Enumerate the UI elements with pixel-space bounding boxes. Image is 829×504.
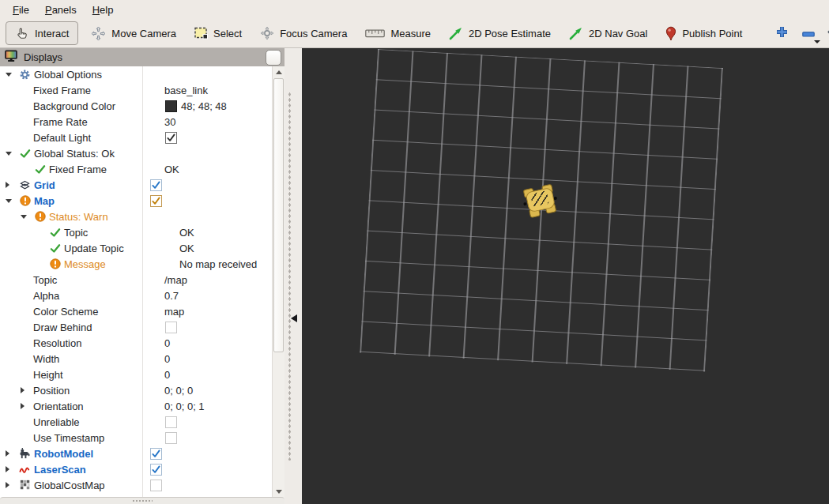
tree-row-grid[interactable]: Grid <box>0 177 273 193</box>
tool-measure[interactable]: Measure <box>364 24 432 43</box>
expander-closed-icon[interactable] <box>5 182 18 188</box>
value-checkbox[interactable] <box>150 195 162 207</box>
value-checkbox[interactable] <box>150 179 162 191</box>
value-checkbox[interactable] <box>150 464 162 476</box>
value-checkbox[interactable] <box>165 132 177 144</box>
displays-panel-header[interactable]: Displays <box>0 48 284 66</box>
expander-closed-icon[interactable] <box>5 450 18 457</box>
tree-row-orientation[interactable]: Orientation0; 0; 0; 1 <box>0 398 273 414</box>
property-value-text[interactable]: 0; 0; 0; 1 <box>164 401 205 412</box>
tree-row-background-color[interactable]: Background Color48; 48; 48 <box>0 98 273 114</box>
property-name-cell: LaserScan <box>0 464 147 476</box>
property-value-text[interactable]: 0 <box>164 353 170 365</box>
tool-focus-camera[interactable]: Focus Camera <box>258 22 349 44</box>
tree-row-global-options[interactable]: Global Options <box>0 66 273 82</box>
tool-interact[interactable]: Interact <box>6 21 78 45</box>
tree-scrollbar[interactable] <box>272 66 284 498</box>
property-label: Grid <box>34 179 55 191</box>
property-value-text[interactable]: OK <box>179 243 194 254</box>
tree-row-position[interactable]: Position0; 0; 0 <box>0 382 273 398</box>
menu-help[interactable]: Help <box>85 2 122 18</box>
property-value-text[interactable]: 0; 0; 0 <box>164 385 193 397</box>
plus-icon <box>775 25 789 42</box>
scrollbar-thumb[interactable] <box>273 78 284 352</box>
menu-file[interactable]: File <box>5 2 37 18</box>
value-checkbox[interactable] <box>165 416 177 428</box>
tree-row-globalcostmap[interactable]: GlobalCostMap <box>0 477 273 493</box>
property-value-cell: /map <box>162 274 273 286</box>
tree-row-topic[interactable]: Topic/map <box>0 272 273 288</box>
tree-row-topic[interactable]: TopicOK <box>0 224 273 240</box>
tree-row-status-warn[interactable]: Status: Warn <box>0 209 273 224</box>
tree-row-map[interactable]: Map <box>0 193 273 209</box>
tree-row-alpha[interactable]: Alpha0.7 <box>0 288 273 303</box>
expander-open-icon[interactable] <box>20 215 33 219</box>
scrollbar-down-button[interactable] <box>273 486 284 498</box>
tree-row-height[interactable]: Height0 <box>0 367 273 382</box>
tree-row-message[interactable]: MessageNo map received <box>0 256 273 272</box>
expander-closed-icon[interactable] <box>20 403 33 409</box>
property-value-text[interactable]: /map <box>164 274 187 286</box>
tree-row-robotmodel[interactable]: RobotModel <box>0 446 273 461</box>
property-value-text[interactable]: base_link <box>164 85 208 96</box>
tool-select[interactable]: Select <box>193 23 243 43</box>
expander-open-icon[interactable] <box>5 199 18 203</box>
property-value-text[interactable]: No map received <box>179 258 257 270</box>
value-checkbox[interactable] <box>165 432 177 444</box>
value-checkbox[interactable] <box>150 448 162 460</box>
scrollbar-up-button[interactable] <box>273 66 284 78</box>
tree-row-color-scheme[interactable]: Color Schememap <box>0 303 273 319</box>
pose-arrow-icon <box>449 26 463 40</box>
tree-row-update-topic[interactable]: Update TopicOK <box>0 240 273 256</box>
nav-arrow-icon <box>569 26 583 40</box>
property-value-cell: 0; 0; 0 <box>162 385 273 397</box>
property-name-cell: Unreliable <box>0 416 162 428</box>
property-value-text[interactable]: OK <box>179 227 194 239</box>
panel-drag-dots <box>132 499 153 502</box>
property-value-text[interactable]: 48; 48; 48 <box>181 100 227 112</box>
tool-2d-pose-estimate[interactable]: 2D Pose Estimate <box>447 22 552 44</box>
visibility-button[interactable] <box>825 22 829 44</box>
property-value-text[interactable]: 0 <box>164 369 170 381</box>
dropdown-caret-icon[interactable] <box>814 40 820 43</box>
expander-closed-icon[interactable] <box>5 482 18 488</box>
tree-row-resolution[interactable]: Resolution0 <box>0 335 273 351</box>
tree-row-global-status-ok[interactable]: Global Status: Ok <box>0 145 273 161</box>
property-name-cell: Resolution <box>0 337 162 349</box>
color-swatch[interactable] <box>165 100 177 112</box>
property-name-cell: Frame Rate <box>0 116 162 128</box>
tree-row-default-light[interactable]: Default Light <box>0 130 273 145</box>
property-value-text[interactable]: map <box>164 306 184 318</box>
panel-float-button[interactable] <box>266 50 281 66</box>
zoom-in-button[interactable] <box>771 22 792 44</box>
next-panel-top-edge[interactable] <box>0 497 284 504</box>
tree-row-laserscan[interactable]: LaserScan <box>0 461 273 477</box>
property-value-text[interactable]: 0.7 <box>164 290 179 302</box>
expander-open-icon[interactable] <box>5 73 18 77</box>
tree-row-draw-behind[interactable]: Draw Behind <box>0 319 273 335</box>
render-viewport-3d[interactable] <box>302 48 829 504</box>
value-checkbox[interactable] <box>165 322 177 333</box>
tool-2d-nav-goal[interactable]: 2D Nav Goal <box>567 22 649 44</box>
property-value-text[interactable]: 30 <box>164 116 175 128</box>
tree-row-use-timestamp[interactable]: Use Timestamp <box>0 430 273 446</box>
property-value-text[interactable]: 0 <box>164 337 170 349</box>
panel-splitter[interactable] <box>284 48 302 504</box>
splitter-collapse-arrow-icon[interactable] <box>291 314 297 322</box>
tree-row-fixed-frame[interactable]: Fixed Framebase_link <box>0 82 273 98</box>
value-checkbox[interactable] <box>150 480 162 491</box>
property-label: Resolution <box>33 337 81 349</box>
expander-closed-icon[interactable] <box>20 387 33 393</box>
tool-publish-point[interactable]: Publish Point <box>664 22 744 45</box>
expander-open-icon[interactable] <box>5 152 18 156</box>
tree-row-width[interactable]: Width0 <box>0 351 273 367</box>
property-label: Position <box>33 385 70 397</box>
expander-closed-icon[interactable] <box>5 466 18 472</box>
tree-row-fixed-frame[interactable]: Fixed FrameOK <box>0 161 273 177</box>
menu-panels[interactable]: Panels <box>37 2 85 18</box>
tool-move-camera[interactable]: Move Camera <box>89 22 178 45</box>
tree-row-frame-rate[interactable]: Frame Rate30 <box>0 114 273 130</box>
property-value-text[interactable]: OK <box>164 164 179 175</box>
zoom-out-button[interactable] <box>798 22 819 44</box>
tree-row-unreliable[interactable]: Unreliable <box>0 414 273 430</box>
